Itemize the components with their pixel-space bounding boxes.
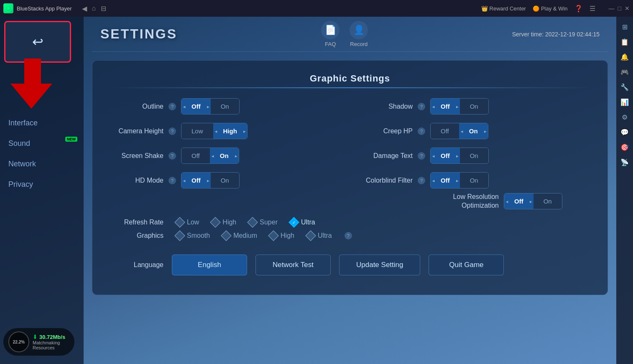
play-win-button[interactable]: 🟠 Play & Win	[533, 5, 568, 12]
refresh-rate-ultra-option[interactable]: Ultra	[290, 219, 315, 226]
graphics-smooth-option[interactable]: Smooth	[176, 232, 210, 239]
sidebar-icon-6[interactable]: ⚙	[618, 110, 631, 124]
settings-grid: Outline ? ◂ Off ▸ On Shadow ? ◂	[109, 98, 591, 188]
creep-hp-label: Creep HP	[358, 127, 413, 135]
creep-hp-off-button[interactable]: Off	[431, 123, 459, 139]
sidebar-icon-2[interactable]: 🔔	[618, 50, 631, 64]
damage-text-on-button[interactable]: On	[460, 148, 488, 163]
sidebar-icon-8[interactable]: 🎯	[618, 140, 631, 154]
back-button-area: ↩	[4, 21, 79, 75]
refresh-rate-high-option[interactable]: High	[212, 219, 236, 226]
graphics-ultra-option[interactable]: Ultra	[307, 232, 332, 239]
camera-height-high-arrow-left: ◂	[215, 129, 217, 133]
damage-text-help-icon[interactable]: ?	[418, 152, 425, 160]
sidebar-icon-1[interactable]: 📋	[618, 35, 631, 48]
network-test-button[interactable]: Network Test	[255, 255, 331, 275]
menu-icon[interactable]: ☰	[590, 5, 595, 13]
record-button[interactable]: 👤 Record	[350, 21, 368, 47]
outline-on-button[interactable]: On	[211, 99, 239, 114]
server-time: Server time: 2022-12-19 02:44:15	[512, 31, 600, 38]
back-nav-icon[interactable]: ◀	[82, 5, 87, 13]
outline-label: Outline	[109, 103, 163, 110]
screen-shake-label: Screen Shake	[109, 152, 163, 160]
outline-off-button[interactable]: ◂ Off ▸	[181, 99, 211, 114]
low-res-on-button[interactable]: On	[533, 193, 562, 209]
graphics-high-label: High	[281, 232, 294, 239]
faq-button[interactable]: 📄 FAQ	[321, 21, 339, 47]
shadow-help-icon[interactable]: ?	[418, 103, 425, 110]
shadow-off-arrow-right: ▸	[456, 104, 458, 109]
red-arrow-annotation	[13, 59, 52, 109]
sidebar-icon-7[interactable]: 💬	[618, 125, 631, 139]
low-res-toggle: ◂ Off ▸ On	[504, 193, 562, 209]
creep-hp-help-icon[interactable]: ?	[418, 127, 425, 135]
close-button[interactable]: ✕	[625, 5, 630, 12]
hd-mode-on-button[interactable]: On	[211, 173, 239, 188]
camera-height-low-button[interactable]: Low	[181, 123, 213, 139]
refresh-rate-low-label: Low	[187, 219, 199, 226]
panel-divider	[109, 87, 591, 88]
hd-mode-off-button[interactable]: ◂ Off ▸	[181, 173, 211, 188]
shadow-toggle: ◂ Off ▸ On	[430, 98, 489, 115]
layout-nav-icon[interactable]: ⊟	[101, 5, 106, 13]
refresh-rate-super-option[interactable]: Super	[249, 219, 278, 226]
screen-shake-toggle: Off ◂ On ▸	[181, 148, 239, 164]
reward-center-button[interactable]: 👑 Reward Center	[481, 5, 526, 12]
maximize-button[interactable]: □	[618, 5, 621, 12]
sidebar-item-network[interactable]: Network	[0, 154, 84, 174]
language-label: Language	[109, 261, 163, 269]
outline-help-icon[interactable]: ?	[168, 103, 176, 110]
creep-hp-row: Creep HP ? Off ◂ On ▸	[358, 123, 591, 139]
help-icon[interactable]: ❓	[574, 5, 583, 13]
record-label: Record	[350, 41, 368, 47]
camera-height-high-button[interactable]: ◂ High ▸	[213, 123, 247, 139]
hd-mode-toggle: ◂ Off ▸ On	[181, 172, 240, 188]
graphics-high-option[interactable]: High	[270, 232, 294, 239]
colorblind-filter-row: Colorblind Filter ? ◂ Off ▸ On	[358, 172, 591, 188]
back-button[interactable]: ↩	[4, 21, 71, 63]
home-nav-icon[interactable]: ⌂	[92, 5, 96, 12]
screen-shake-on-button[interactable]: ◂ On ▸	[210, 148, 239, 163]
creep-hp-on-arrow-left: ◂	[461, 129, 463, 133]
graphics-smooth-diamond	[174, 230, 185, 241]
refresh-rate-low-option[interactable]: Low	[176, 219, 199, 226]
colorblind-filter-on-button[interactable]: On	[460, 173, 488, 188]
update-setting-button[interactable]: Update Setting	[339, 255, 420, 275]
sidebar-icon-9[interactable]: 📡	[618, 155, 631, 169]
outline-row: Outline ? ◂ Off ▸ On	[109, 98, 342, 115]
screen-shake-help-icon[interactable]: ?	[168, 152, 176, 160]
shadow-off-button[interactable]: ◂ Off ▸	[431, 99, 460, 114]
quit-game-button[interactable]: Quit Game	[429, 255, 504, 275]
sidebar-item-interface[interactable]: Interface	[0, 113, 84, 133]
hd-mode-off-arrow-right: ▸	[207, 178, 209, 183]
sidebar-item-privacy[interactable]: Privacy	[0, 174, 84, 195]
sidebar-item-sound[interactable]: Sound NEW	[0, 133, 84, 154]
graphics-help-icon[interactable]: ?	[345, 232, 352, 239]
sidebar-icon-5[interactable]: 📊	[618, 95, 631, 109]
graphics-label: Graphics	[109, 232, 163, 239]
network-speed: 30.72Mb/s	[39, 334, 65, 340]
sidebar-icon-0[interactable]: ⊞	[618, 20, 631, 33]
panel-title: Graphic Settings	[109, 73, 591, 84]
network-percent: 22.2%	[13, 340, 25, 344]
colorblind-filter-help-icon[interactable]: ?	[418, 177, 425, 184]
app-logo	[3, 3, 13, 13]
low-res-off-button[interactable]: ◂ Off ▸	[504, 193, 533, 209]
screen-shake-off-button[interactable]: Off	[181, 148, 210, 163]
creep-hp-on-button[interactable]: ◂ On ▸	[459, 123, 488, 139]
network-label: Network	[8, 160, 36, 168]
graphics-medium-option[interactable]: Medium	[222, 232, 257, 239]
camera-height-help-icon[interactable]: ?	[168, 127, 176, 135]
refresh-rate-super-label: Super	[260, 219, 278, 226]
outline-off-arrow-left: ◂	[183, 104, 185, 109]
damage-text-toggle: ◂ Off ▸ On	[430, 148, 489, 164]
damage-text-off-button[interactable]: ◂ Off ▸	[431, 148, 460, 163]
minimize-button[interactable]: —	[609, 5, 615, 12]
english-button[interactable]: English	[172, 255, 247, 275]
sidebar-icon-3[interactable]: 🎮	[618, 65, 631, 79]
shadow-on-button[interactable]: On	[460, 99, 488, 114]
sidebar-icon-4[interactable]: 🔧	[618, 80, 631, 94]
refresh-rate-row: Refresh Rate Low High Super Ultra	[109, 219, 591, 226]
hd-mode-help-icon[interactable]: ?	[168, 177, 176, 184]
colorblind-filter-off-button[interactable]: ◂ Off ▸	[431, 173, 460, 188]
